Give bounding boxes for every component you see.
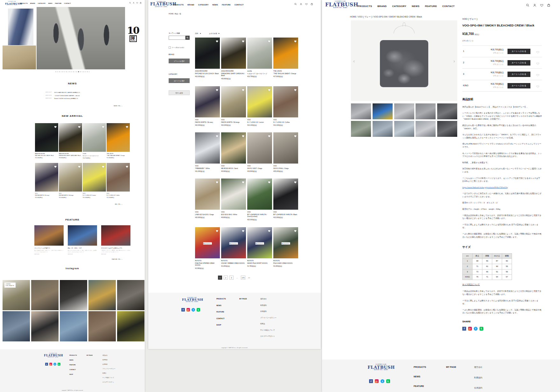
gallery-thumbnail[interactable] [394,103,414,119]
page-button-…[interactable]: … [235,276,239,280]
nav-item-news[interactable]: NEWS [48,3,52,4]
clear-selection-button[interactable]: 選択を解除 [169,90,190,95]
product-image[interactable] [59,163,82,192]
sale-only-filter[interactable]: セール商品のみ表示 [169,46,184,49]
nav-item-brand[interactable]: BRAND [377,5,387,8]
news-item[interactable]: 2022.12.11【fulton】2022SS 2nd Delivery 発売… [46,98,122,99]
product-card[interactable]: VOO FIESTA SHIRTS / Dk.beige ¥22,000(税込) [59,163,82,198]
add-to-cart-button[interactable]: カートへ入れる [508,60,530,66]
nav-item-feature[interactable]: FEATURE [425,5,437,8]
wishlist-heart-icon[interactable] [126,164,129,170]
wishlist-heart-icon[interactable] [216,228,219,234]
instagram-tile[interactable] [88,311,116,341]
feature-image[interactable] [34,225,64,246]
wishlist-heart-icon[interactable] [216,87,219,93]
product-brand[interactable]: VOO ( ヴォー ) [462,18,477,21]
instagram-tile[interactable] [117,311,144,341]
wishlist-heart-icon[interactable] [536,49,539,55]
wishlist-heart-icon[interactable] [268,87,271,93]
footer-link[interactable]: MY PAGE [87,354,93,356]
product-card[interactable]: THE UNION "THE" RAGLAN SWEAT / Orange ¥1… [273,38,298,77]
search-submit-button[interactable] [186,36,190,40]
nav-item-feature[interactable]: FEATURE [55,3,62,4]
footer-link[interactable]: FEATURE [414,385,426,387]
carousel-dot[interactable] [59,71,60,72]
product-card[interactable]: VOO D.I.Y LONG 0.8 / Coffee ¥12,100(税込) [273,86,298,126]
account-icon[interactable] [300,3,302,5]
wishlist-heart-icon[interactable] [78,164,81,170]
line-icon[interactable]: L [197,308,200,312]
instagram-icon[interactable]: ◎ [375,379,379,383]
footer-logo[interactable]: CLOTHES LAB. FLATBUSH KAPOW INC. KOBE. [44,353,62,358]
footer-link[interactable]: 利用規約 [102,359,116,360]
carousel-dot[interactable] [76,71,77,72]
page-button->>[interactable]: >> [247,276,251,280]
carousel-dot[interactable] [89,71,90,72]
footer-link[interactable]: サイズ表記について [260,329,276,331]
facebook-icon[interactable]: f [369,379,373,383]
carousel-dot[interactable] [73,71,74,72]
footer-link[interactable]: プライバシーポリシー [102,368,116,369]
product-image[interactable] [83,163,106,192]
wishlist-heart-icon[interactable] [216,133,219,139]
carousel-dot[interactable] [66,71,67,72]
nav-item-category[interactable]: CATEGORY [392,5,406,8]
page-button-1[interactable]: 1 [218,276,222,280]
product-card[interactable]: VOO D.I.Y LONG 0.8 / Coffee ¥12,100(税込) [107,163,130,198]
news-more-link[interactable]: NEWS一覧へ → [92,105,122,107]
product-main-image[interactable]: ‹ › [351,20,457,101]
product-image[interactable] [273,38,298,69]
instagram-tile[interactable] [31,311,59,341]
feature-card[interactable]: VOOのダブルは今でも健在なんです。【VOO/ヴォー】より「SMOKY」加工が映… [101,225,130,255]
wishlist-icon[interactable] [136,2,138,4]
feature-card[interactable]: ボンバーヒートが登場です。寒さが本格化する前にご紹介したい、今季イチ推しの中綿ボ… [34,225,64,255]
product-image[interactable] [195,132,220,164]
news-item[interactable]: 2022.12.16『CS SLIP-ON BK SUEDE LEATHER』 … [46,95,122,96]
nav-item-category[interactable]: CATEGORY [38,3,46,4]
wishlist-heart-icon[interactable] [242,87,245,93]
carousel-dot[interactable] [57,71,58,72]
nav-item-brand[interactable]: BRAND [30,3,35,4]
sort-order-select[interactable]: おすすめ順 [209,32,220,34]
feature-image[interactable] [68,225,97,246]
cart-icon[interactable] [311,3,313,5]
breadcrumb[interactable]: HOME / 商品一覧 [169,13,181,15]
product-card[interactable]: VOO D.I.Y LONG 0.8 / Lemon ¥12,100(税込) [247,86,272,126]
nav-item-products[interactable]: PRODUCTS [173,4,184,6]
wishlist-heart-icon[interactable] [54,164,57,170]
footer-link[interactable]: プライバシーポリシー [260,317,276,318]
site-logo[interactable]: CLOTHES LAB. FLATBUSH KAPOW INC. KOBE. [325,1,356,8]
hero-carousel[interactable]: 10 匣 [3,7,142,69]
product-card[interactable]: VOO SHI-FU VEST / Grage ¥19,800(税込) [247,132,272,172]
wishlist-heart-icon[interactable] [126,124,129,130]
footer-link[interactable]: サイズ表記について [102,377,116,378]
brand-select-button[interactable]: ブランドを選択 [169,59,190,63]
carousel-dots[interactable] [0,71,145,72]
account-icon[interactable] [533,4,536,7]
per-page-select[interactable]: 20件 [195,32,201,34]
line-icon[interactable]: L [58,363,60,366]
footer-link[interactable]: NEWS [69,359,77,361]
footer-link[interactable]: MY PAGE [446,366,456,368]
product-image[interactable] [195,38,220,69]
product-image[interactable] [247,86,272,117]
carousel-dot[interactable] [69,71,70,72]
keyword-search-input[interactable] [169,36,186,40]
carousel-dot[interactable] [64,71,65,72]
gallery-thumbnail[interactable] [351,103,371,119]
footer-logo[interactable]: CLOTHES LAB. FLATBUSH KAPOW INC. KOBE. [182,297,202,302]
product-card[interactable]: THE UNION "THE" RAGLAN SWEAT / Orange ¥1… [107,123,130,158]
wishlist-heart-icon[interactable] [536,84,539,89]
line-icon[interactable]: L [386,379,390,383]
instagram-tile[interactable]: STRIPEDFOR CREATIVE [3,280,30,310]
gallery-thumbnail[interactable] [416,103,436,119]
product-image[interactable]: ROTOTO. [221,227,246,258]
product-card[interactable]: remilla モカカーデ / カーキオリーブ ¥13,750(税込) [247,38,272,77]
add-to-cart-button[interactable]: カートへ入れる [508,49,530,54]
wishlist-heart-icon[interactable] [294,38,297,44]
carousel-dot[interactable] [75,71,76,72]
wishlist-heart-icon[interactable] [242,228,245,234]
wishlist-heart-icon[interactable] [54,124,57,130]
new-arrival-more-link[interactable]: 商品一覧へ → [92,203,122,205]
carousel-dot[interactable] [78,71,79,72]
